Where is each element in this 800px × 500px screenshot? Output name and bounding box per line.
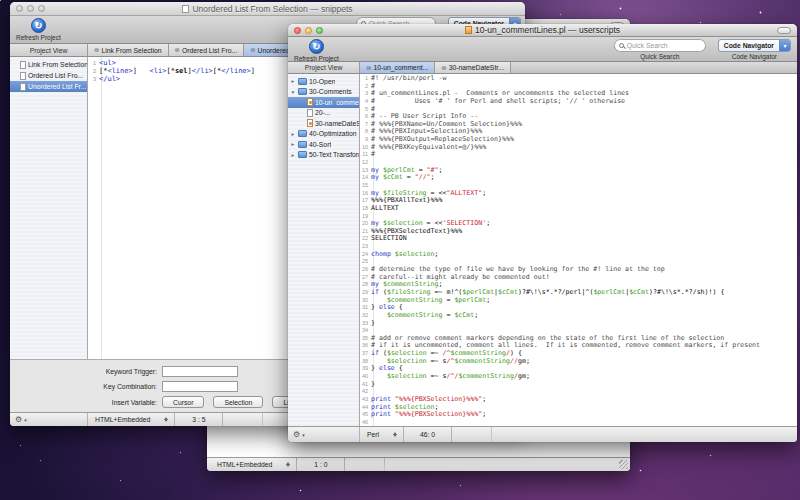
line-number: 43 <box>360 396 371 404</box>
syntax-popup[interactable]: HTML+Embedded <box>207 458 297 471</box>
sidebar-item-label: 50-Text Transform... <box>309 151 359 158</box>
code-line: 4# Uses '# ' for Perl and shell scripts;… <box>360 98 797 106</box>
tab-close-icon[interactable]: ⊗ <box>366 64 371 72</box>
code-line: 33} <box>360 320 797 328</box>
back-sidebar: Link From SelectionOrdered List Fro...Un… <box>10 57 88 359</box>
line-number: 29 <box>360 289 371 297</box>
minimize-button[interactable] <box>305 27 312 34</box>
desktop: HTML+Embedded 1 : 0 Unordered List From … <box>0 0 800 500</box>
disclosure-icon[interactable]: ▸ <box>290 141 296 147</box>
sidebar-item-ordered-list-fro[interactable]: Ordered List Fro... <box>10 70 87 81</box>
search-icon <box>619 43 624 48</box>
disclosure-icon[interactable]: ▸ <box>290 131 296 137</box>
line-number: 7 <box>360 121 371 129</box>
sidebar-item-40-sort[interactable]: ▸40-Sort <box>288 139 359 150</box>
sidebar-item-label: 10-un_commen... <box>315 99 359 106</box>
line-number: 2 <box>360 83 371 91</box>
cursor-button[interactable]: Cursor <box>162 396 204 408</box>
line-number: 9 <box>360 136 371 144</box>
syntax-popup[interactable]: HTML+Embedded <box>88 413 175 426</box>
back-window-titlebar[interactable]: Unordered List From Selection — snippets <box>10 2 525 16</box>
line-number: 1 <box>360 75 371 83</box>
tab-10-un-comment[interactable]: ⊗10-un_comment... <box>360 62 435 73</box>
sidebar-item-10-open[interactable]: ▸10-Open <box>288 76 359 87</box>
project-view-header: Project View <box>288 62 360 73</box>
line-number: 8 <box>360 128 371 136</box>
tab-close-icon[interactable]: ⊗ <box>441 64 446 72</box>
close-button[interactable] <box>16 5 23 12</box>
code-line: 45print "%%%{PBXSelection}%%%"; <box>360 411 797 419</box>
code-line: 21%%%{PBXSelectedText}%%% <box>360 228 797 236</box>
front-editor[interactable]: 1#! /usr/bin/perl -w2#3# un_commentLines… <box>360 74 797 426</box>
sidebar-item-50-text-transform[interactable]: ▸50-Text Transform... <box>288 150 359 161</box>
line-number: 35 <box>360 335 371 343</box>
keyword-trigger-input[interactable] <box>162 366 238 377</box>
sidebar-item-20[interactable]: 20-... <box>288 108 359 119</box>
code-line: 24chomp $selection; <box>360 251 797 259</box>
tab-close-icon[interactable]: ⊗ <box>250 46 255 54</box>
syntax-popup[interactable]: Perl <box>360 427 404 442</box>
front-window-titlebar[interactable]: 10-un_commentLines.pl — userscripts <box>288 24 797 37</box>
line-number: 42 <box>360 388 371 396</box>
code-navigator-dropdown[interactable]: Code Navigator ▾ <box>718 39 791 52</box>
tab-close-icon[interactable]: ⊗ <box>94 46 99 54</box>
line-number: 13 <box>360 167 371 175</box>
line-number: 4 <box>360 98 371 106</box>
line-number: 3 <box>88 75 99 83</box>
action-menu[interactable]: ⚙ ▾ <box>10 413 88 426</box>
line-number: 16 <box>360 190 371 198</box>
line-number: 14 <box>360 174 371 182</box>
key-combination-input[interactable] <box>162 381 238 392</box>
line-number: 12 <box>360 159 371 167</box>
quick-search-input[interactable]: Quick Search <box>614 39 706 52</box>
line-number: 22 <box>360 235 371 243</box>
sidebar-item-10-un-commen[interactable]: 10-un_commen... <box>288 97 359 108</box>
refresh-project-button[interactable]: ↻ Refresh Project <box>294 39 339 62</box>
tab-close-icon[interactable]: ⊗ <box>175 46 180 54</box>
refresh-project-button[interactable]: ↻ Refresh Project <box>16 18 61 41</box>
code-line: 46 <box>360 419 797 426</box>
cursor-position: 3 : 5 <box>175 413 223 426</box>
action-menu[interactable]: ⚙ ▾ <box>288 427 360 442</box>
code-line: 32 $commentString = $cCmt; <box>360 312 797 320</box>
sidebar-item-30-namedatestr[interactable]: 30-nameDateStr... <box>288 118 359 129</box>
zoom-button[interactable] <box>38 5 45 12</box>
disclosure-icon[interactable]: ▸ <box>290 152 296 158</box>
line-number: 44 <box>360 404 371 412</box>
close-button[interactable] <box>294 27 301 34</box>
toolbar-toggle-button[interactable] <box>777 27 791 34</box>
sidebar-item-40-optimization[interactable]: ▸40-Optimization <box>288 129 359 140</box>
sidebar-item-label: 10-Open <box>309 78 335 85</box>
tab-link-from-selection[interactable]: ⊗Link From Selection <box>88 44 169 56</box>
refresh-icon: ↻ <box>31 18 46 33</box>
disclosure-icon[interactable]: ▸ <box>290 78 296 84</box>
sidebar-item-label: 20-... <box>315 109 331 116</box>
resize-grip[interactable] <box>619 460 628 469</box>
sidebar-item-30-comments[interactable]: ▾30-Comments <box>288 87 359 98</box>
gear-icon: ⚙ <box>15 416 22 424</box>
tab-ordered-list-fro[interactable]: ⊗Ordered List Fro... <box>169 44 245 56</box>
insert-variable-label: Insert Variable: <box>10 399 162 406</box>
line-number: 40 <box>360 373 371 381</box>
line-number: 23 <box>360 243 371 251</box>
minimize-button[interactable] <box>27 5 34 12</box>
popup-stepper-icon <box>393 430 397 439</box>
line-number: 15 <box>360 182 371 190</box>
chevron-down-icon: ▾ <box>24 417 27 423</box>
tab-30-namedatestr[interactable]: ⊗30-nameDateStr... <box>435 62 511 73</box>
line-number: 26 <box>360 266 371 274</box>
sidebar-item-link-from-selection[interactable]: Link From Selection <box>10 59 87 70</box>
script-proxy-icon <box>465 26 472 34</box>
refresh-icon: ↻ <box>309 39 324 54</box>
code-line: 17%%%{PBXAllText}%%% <box>360 197 797 205</box>
gear-icon: ⚙ <box>293 431 300 439</box>
front-toolbar: ↻ Refresh Project Quick Search Quick Sea… <box>288 37 797 62</box>
sidebar-item-label: 40-Sort <box>309 141 331 148</box>
line-number: 38 <box>360 358 371 366</box>
popup-stepper-icon <box>164 415 168 424</box>
sidebar-item-unordered-list-fr[interactable]: Unordered List Fr... <box>10 81 87 92</box>
zoom-button[interactable] <box>316 27 323 34</box>
back-tabs: ⊗Link From Selection⊗Ordered List Fro...… <box>88 44 320 56</box>
disclosure-icon[interactable]: ▾ <box>290 89 296 95</box>
selection-button[interactable]: Selection <box>213 396 263 408</box>
